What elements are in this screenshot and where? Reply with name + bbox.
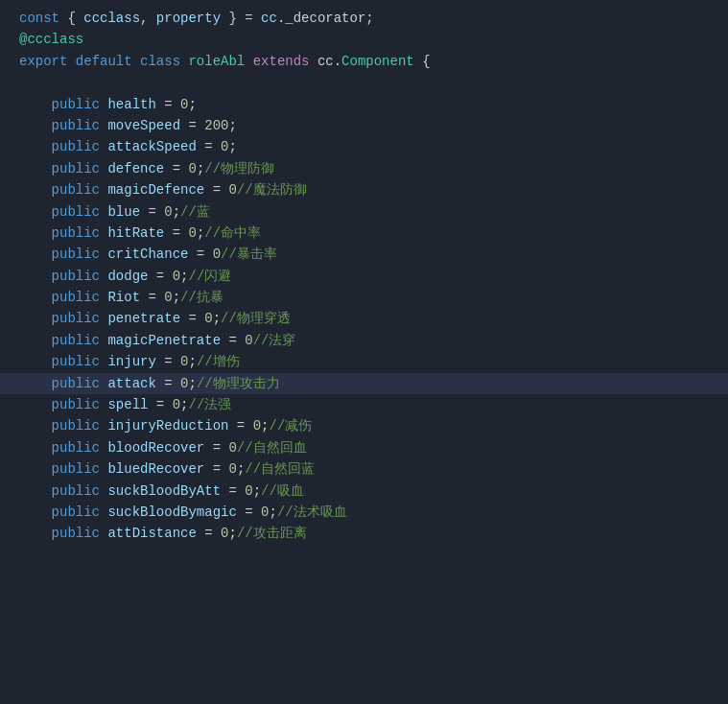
code-token: ; [228, 523, 236, 544]
code-token: penetrate [107, 308, 180, 329]
code-token: const [19, 8, 59, 29]
code-token: public [52, 523, 100, 544]
code-token [19, 437, 52, 458]
code-token: suckBloodBymagic [107, 502, 236, 523]
code-token [100, 458, 107, 480]
code-token: dodge [107, 266, 148, 287]
code-token: = [180, 308, 204, 329]
code-token: property [156, 8, 221, 29]
code-token [100, 437, 107, 458]
code-token [100, 201, 107, 223]
code-token: public [52, 308, 100, 329]
code-token: //命中率 [204, 223, 261, 244]
code-line: public penetrate = 0;//物理穿透 [0, 308, 728, 329]
code-token [19, 523, 52, 544]
code-token [19, 244, 52, 265]
code-token: Component [341, 51, 414, 72]
code-line: export default class roleAbl extends cc.… [0, 51, 728, 72]
code-token: //自然回血 [237, 437, 307, 458]
code-token: 0 [173, 266, 180, 287]
code-token [100, 481, 107, 502]
code-token: { [414, 51, 431, 72]
code-line: public spell = 0;//法强 [0, 394, 728, 415]
code-token: 0 [228, 437, 236, 458]
code-line: public Riot = 0;//抗暴 [0, 287, 728, 308]
code-token [100, 373, 107, 394]
code-token: //抗暴 [180, 287, 223, 308]
code-token: attackSpeed [107, 136, 196, 157]
code-token: spell [107, 394, 148, 415]
code-token [19, 394, 52, 415]
code-line: public dodge = 0;//闪避 [0, 266, 728, 287]
code-token: blue [107, 201, 140, 223]
code-token: ; [229, 115, 237, 136]
code-token: //减伤 [270, 415, 313, 436]
code-token: = [148, 266, 172, 287]
code-token [100, 223, 107, 244]
code-token [100, 394, 107, 415]
code-token: //吸血 [261, 481, 304, 502]
code-token: ; [173, 201, 180, 223]
code-token [67, 51, 75, 72]
code-token: public [52, 481, 100, 502]
code-line: public blue = 0;//蓝 [0, 201, 728, 223]
code-token [19, 136, 52, 157]
code-token [19, 308, 52, 329]
code-token [19, 115, 52, 136]
code-token: = [156, 373, 180, 394]
code-token [100, 330, 107, 351]
code-token [19, 94, 52, 115]
code-token: 0 [228, 458, 236, 480]
code-token: public [52, 330, 100, 351]
code-token: bloodRecover [107, 437, 204, 458]
code-token: public [52, 201, 100, 223]
code-token: = [188, 244, 212, 265]
code-line: public attDistance = 0;//攻击距离 [0, 523, 728, 544]
code-token [19, 179, 52, 200]
code-token: 0 [188, 223, 196, 244]
code-token [100, 287, 107, 308]
code-token [100, 415, 107, 436]
code-token: = [164, 223, 188, 244]
code-token: 0 [204, 308, 212, 329]
code-token [100, 351, 107, 372]
code-token: 0 [173, 394, 180, 415]
code-token: health [107, 94, 155, 115]
code-token: = [197, 523, 221, 544]
code-token [100, 266, 107, 287]
code-token: ; [237, 458, 245, 480]
code-token: 0 [180, 373, 188, 394]
code-token: 0 [221, 136, 228, 157]
code-token: //增伤 [197, 351, 240, 372]
code-token [19, 223, 52, 244]
code-token: = [204, 179, 228, 200]
code-token: public [52, 94, 100, 115]
code-line: public injuryReduction = 0;//减伤 [0, 415, 728, 436]
code-token: { [59, 8, 83, 29]
code-token: Riot [107, 287, 140, 308]
code-line: public bluedRecover = 0;//自然回蓝 [0, 458, 728, 480]
code-token: defence [107, 158, 164, 179]
code-token: public [52, 437, 100, 458]
code-token: 0 [188, 158, 196, 179]
code-token: default [76, 51, 132, 72]
code-token: = [221, 330, 245, 351]
code-token [132, 51, 140, 72]
code-token: //法强 [188, 394, 231, 415]
code-token: ; [228, 136, 236, 157]
code-token: suckBloodByAtt [107, 481, 221, 502]
code-token: //物理穿透 [221, 308, 291, 329]
code-token: cc. [310, 51, 342, 72]
code-token: , [140, 8, 156, 29]
code-token: = [140, 287, 164, 308]
code-line: public suckBloodByAtt = 0;//吸血 [0, 481, 728, 502]
code-token: public [52, 287, 100, 308]
code-token: hitRate [107, 223, 164, 244]
code-editor: const { ccclass, property } = cc._decora… [0, 0, 728, 552]
code-token: //法穿 [253, 330, 296, 351]
code-token: //攻击距离 [237, 523, 307, 544]
code-token: } = [221, 8, 261, 29]
code-token: ; [180, 266, 188, 287]
code-token: ; [269, 502, 276, 523]
code-token: //法术吸血 [277, 502, 347, 523]
